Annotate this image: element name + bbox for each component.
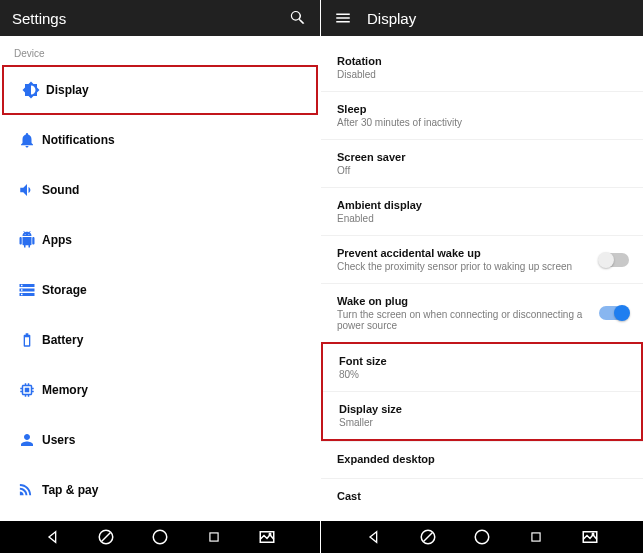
toggle-off[interactable] bbox=[599, 253, 629, 267]
item-screen-saver[interactable]: Screen saver Off bbox=[321, 139, 643, 187]
svg-point-8 bbox=[475, 530, 489, 544]
settings-pane: Settings Device Display Notifications So… bbox=[0, 0, 321, 553]
item-title: Font size bbox=[339, 355, 625, 367]
item-title: Screen saver bbox=[337, 151, 627, 163]
list-item-sound[interactable]: Sound bbox=[0, 165, 320, 215]
item-sub: Turn the screen on when connecting or di… bbox=[337, 309, 627, 331]
nav-back-icon[interactable] bbox=[365, 528, 383, 546]
tap-pay-icon bbox=[12, 481, 42, 499]
nav-block-icon[interactable] bbox=[97, 528, 115, 546]
nav-home-icon[interactable] bbox=[151, 528, 169, 546]
nav-bar bbox=[0, 521, 320, 553]
menu-icon[interactable] bbox=[333, 8, 353, 28]
item-sub: Smaller bbox=[339, 417, 625, 428]
item-label: Memory bbox=[42, 383, 88, 397]
svg-line-1 bbox=[102, 533, 111, 542]
list-item-display[interactable]: Display bbox=[2, 65, 318, 115]
item-expanded-desktop[interactable]: Expanded desktop bbox=[321, 441, 643, 478]
battery-icon bbox=[12, 332, 42, 348]
item-label: Users bbox=[42, 433, 75, 447]
item-sub: Off bbox=[337, 165, 627, 176]
item-label: Sound bbox=[42, 183, 79, 197]
svg-point-2 bbox=[153, 530, 167, 544]
memory-icon bbox=[12, 381, 42, 399]
toggle-on[interactable] bbox=[599, 306, 629, 320]
list-item-battery[interactable]: Battery bbox=[0, 315, 320, 365]
list-item-tap-pay[interactable]: Tap & pay bbox=[0, 465, 320, 515]
display-app-bar: Display bbox=[321, 0, 643, 36]
brightness-icon bbox=[16, 81, 46, 99]
list-item-apps[interactable]: Apps bbox=[0, 215, 320, 265]
svg-rect-9 bbox=[532, 533, 540, 541]
item-label: Battery bbox=[42, 333, 83, 347]
item-title: Cast bbox=[337, 490, 627, 502]
settings-content[interactable]: Device Display Notifications Sound Apps bbox=[0, 36, 320, 521]
svg-line-7 bbox=[424, 533, 433, 542]
item-title: Rotation bbox=[337, 55, 627, 67]
item-title: Expanded desktop bbox=[337, 453, 627, 465]
item-sub: Enabled bbox=[337, 213, 627, 224]
item-title: Prevent accidental wake up bbox=[337, 247, 627, 259]
users-icon bbox=[12, 431, 42, 449]
display-content[interactable]: Rotation Disabled Sleep After 30 minutes… bbox=[321, 36, 643, 521]
item-wake-on-plug[interactable]: Wake on plug Turn the screen on when con… bbox=[321, 283, 643, 342]
section-device: Device bbox=[0, 36, 320, 65]
nav-screenshot-icon[interactable] bbox=[258, 528, 276, 546]
item-label: Storage bbox=[42, 283, 87, 297]
item-sub: Disabled bbox=[337, 69, 627, 80]
search-icon[interactable] bbox=[288, 8, 308, 28]
item-label: Display bbox=[46, 83, 89, 97]
svg-rect-3 bbox=[210, 533, 218, 541]
item-label: Tap & pay bbox=[42, 483, 98, 497]
item-ambient-display[interactable]: Ambient display Enabled bbox=[321, 187, 643, 235]
item-sub: Check the proximity sensor prior to waki… bbox=[337, 261, 627, 272]
item-sleep[interactable]: Sleep After 30 minutes of inactivity bbox=[321, 91, 643, 139]
item-rotation[interactable]: Rotation Disabled bbox=[321, 44, 643, 91]
nav-screenshot-icon[interactable] bbox=[581, 528, 599, 546]
item-title: Ambient display bbox=[337, 199, 627, 211]
item-title: Wake on plug bbox=[337, 295, 627, 307]
android-icon bbox=[12, 231, 42, 249]
display-pane: Display Rotation Disabled Sleep After 30… bbox=[321, 0, 643, 553]
list-item-storage[interactable]: Storage bbox=[0, 265, 320, 315]
nav-back-icon[interactable] bbox=[44, 528, 62, 546]
settings-title: Settings bbox=[12, 10, 274, 27]
item-title: Display size bbox=[339, 403, 625, 415]
svg-point-11 bbox=[592, 533, 594, 535]
item-label: Apps bbox=[42, 233, 72, 247]
item-display-size[interactable]: Display size Smaller bbox=[323, 391, 641, 439]
item-sub: After 30 minutes of inactivity bbox=[337, 117, 627, 128]
item-label: Notifications bbox=[42, 133, 115, 147]
list-item-memory[interactable]: Memory bbox=[0, 365, 320, 415]
nav-recents-icon[interactable] bbox=[205, 528, 223, 546]
bell-icon bbox=[12, 131, 42, 149]
list-item-notifications[interactable]: Notifications bbox=[0, 115, 320, 165]
nav-bar bbox=[321, 521, 643, 553]
display-title: Display bbox=[367, 10, 631, 27]
storage-icon bbox=[12, 281, 42, 299]
list-item-users[interactable]: Users bbox=[0, 415, 320, 465]
volume-icon bbox=[12, 181, 42, 199]
item-cast[interactable]: Cast bbox=[321, 478, 643, 515]
item-prevent-wake[interactable]: Prevent accidental wake up Check the pro… bbox=[321, 235, 643, 283]
item-sub: 80% bbox=[339, 369, 625, 380]
item-title: Sleep bbox=[337, 103, 627, 115]
nav-recents-icon[interactable] bbox=[527, 528, 545, 546]
highlight-box: Font size 80% Display size Smaller bbox=[321, 342, 643, 441]
nav-home-icon[interactable] bbox=[473, 528, 491, 546]
item-font-size[interactable]: Font size 80% bbox=[323, 344, 641, 391]
nav-block-icon[interactable] bbox=[419, 528, 437, 546]
svg-point-5 bbox=[270, 533, 272, 535]
settings-app-bar: Settings bbox=[0, 0, 320, 36]
